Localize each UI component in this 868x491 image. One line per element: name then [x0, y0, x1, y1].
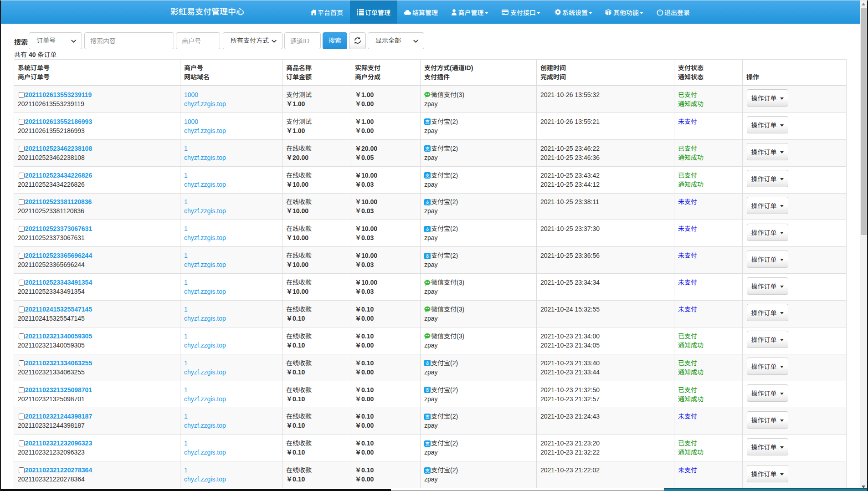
- svg-text:支: 支: [425, 145, 430, 152]
- svg-text:支: 支: [425, 467, 430, 474]
- svg-text:支: 支: [425, 226, 430, 232]
- svg-text:支: 支: [425, 440, 430, 447]
- svg-text:支: 支: [425, 414, 430, 420]
- svg-text:支: 支: [425, 172, 430, 179]
- svg-text:支: 支: [425, 387, 430, 393]
- svg-text:支: 支: [425, 199, 430, 205]
- svg-text:支: 支: [425, 360, 430, 366]
- svg-text:支: 支: [425, 118, 430, 125]
- svg-text:支: 支: [425, 253, 430, 259]
